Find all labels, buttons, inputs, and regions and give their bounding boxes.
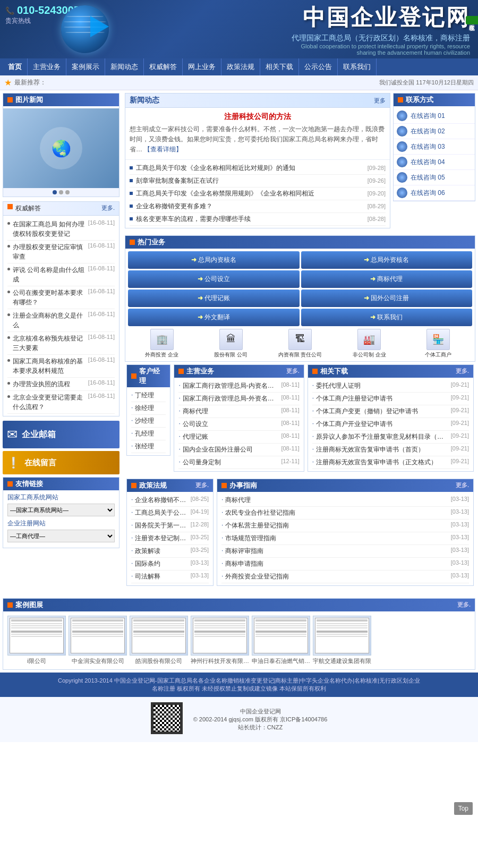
qw-item-text[interactable]: 北京核准名称预先核登记三大要素 — [13, 334, 86, 353]
bottom-item-text[interactable]: 公司量身定制 — [183, 458, 279, 467]
hotbiz-icon-item[interactable]: 🏢外商投资 企业 — [128, 329, 195, 359]
header: 📞 010-52430058 贵宾热线 中国企业登记网 代理国家工商总局（无行政… — [0, 0, 478, 58]
nav-download[interactable]: 相关下载 — [260, 58, 299, 75]
nav-biz[interactable]: 主营业务 — [28, 58, 66, 75]
bottom-item-text[interactable]: 个体工商户注册登记申请书 — [316, 394, 448, 403]
nav-qa[interactable]: 权威解答 — [144, 58, 183, 75]
news-feature-link[interactable]: 【查看详细】 — [144, 146, 182, 153]
bottom-item-text[interactable]: 政策解读 — [135, 547, 187, 556]
hotbiz-button[interactable]: ➜公司设立 — [128, 270, 300, 288]
cm-name[interactable]: 孔经理 — [135, 429, 154, 438]
slide-dot-2[interactable] — [59, 190, 63, 194]
case-item[interactable]: 神州行科技开发有限公司 — [191, 616, 249, 665]
qw-item-text[interactable]: 国家工商局名称核准的基本要求及材料规范 — [13, 356, 86, 376]
bottom-item-text[interactable]: 商标申请指南 — [225, 559, 448, 568]
bottom-item-text[interactable]: 注册商标无效宣告复审申请书（首页） — [316, 445, 448, 454]
bottom-item-text[interactable]: 外商投资企业登记指南 — [225, 572, 448, 581]
contact-item[interactable]: 在线咨询 04 — [394, 155, 475, 170]
qw-item-text[interactable]: 公司在搬变更时基本要求有哪些？ — [13, 288, 86, 307]
news-item-text[interactable]: 工商总局关于印发《企业名称相同相近比对规则》的通知 — [136, 164, 365, 173]
bottom-item-text[interactable]: 个体私营主册登记指南 — [225, 521, 448, 530]
bottom-item-text[interactable]: 国务院关于第一批取消62项中央指定地方实施行政 — [135, 521, 187, 530]
bottom-item-text[interactable]: 市场规范管理指南 — [225, 534, 448, 543]
bottom-item-text[interactable]: 注册资本登记制度改革 — [135, 534, 187, 543]
news-item-text[interactable]: 工商总局关于印发《企业名称禁限用规则》《企业名称相同相近 — [136, 189, 365, 198]
hotbiz-icon-item[interactable]: 🏪个体工商户 — [405, 329, 472, 359]
policy-more[interactable]: 更多. — [195, 481, 209, 489]
hotbiz-icon-item[interactable]: 🏗内资有限 责任公司 — [266, 329, 334, 359]
mainbiz-more[interactable]: 更多. — [286, 367, 300, 375]
bottom-item-text[interactable]: 委托代理人证明 — [316, 381, 448, 390]
nav-policy[interactable]: 政策法规 — [221, 58, 260, 75]
hotbiz-button[interactable]: ➜联系我们 — [301, 309, 473, 326]
bottom-item-text[interactable]: 工商总局关于公用企业限制竞争和垄断行为实定记 — [135, 508, 187, 517]
qw-item-text[interactable]: 办理营业执照的流程 — [13, 379, 86, 389]
news-item-text[interactable]: 核名变更率车的流程，需要办理哪些手续 — [136, 215, 365, 224]
slide-dot-3[interactable] — [65, 190, 70, 194]
contact-item[interactable]: 在线咨询 01 — [394, 108, 475, 124]
bottom-item-text[interactable]: 商标代理 — [183, 407, 279, 416]
qw-item-text[interactable]: 办理股权变更登记应审慎审查 — [13, 242, 86, 261]
case-item[interactable]: 宇航交通建设集团有限 — [313, 616, 371, 665]
qw-item-text[interactable]: 评说 公司名称是由什么组成 — [13, 265, 86, 284]
case-item[interactable]: 皓润股份有限公司 — [130, 616, 188, 665]
cm-name[interactable]: 丁经理 — [135, 391, 154, 400]
nav-contact[interactable]: 联系我们 — [338, 58, 377, 75]
links-site2-select[interactable]: —工商代理— — [7, 530, 115, 542]
img-news-slide[interactable]: 🌏 — [3, 108, 119, 188]
nav-online[interactable]: 网上业务 — [183, 58, 221, 75]
bottom-item-text[interactable]: 代理记账 — [183, 432, 279, 441]
bottom-item-text[interactable]: 商标代理 — [225, 496, 448, 505]
hotbiz-button[interactable]: ➜商标代理 — [301, 270, 473, 288]
bottom-item-text[interactable]: 个体工商户开业登记申请书 — [316, 420, 448, 429]
nav-news[interactable]: 新闻动态 — [105, 58, 144, 75]
contact-item[interactable]: 在线咨询 06 — [394, 185, 475, 201]
case-item[interactable]: 中金润实业有限公司 — [69, 616, 127, 665]
contact-item[interactable]: 在线咨询 05 — [394, 170, 475, 185]
case-more[interactable]: 更多. — [457, 601, 471, 609]
hotbiz-icon-item[interactable]: 🏛股份有限 公司 — [197, 329, 264, 359]
contact-item[interactable]: 在线咨询 03 — [394, 139, 475, 155]
hotbiz-icon-item[interactable]: 🏭非公司制 企业 — [336, 329, 403, 359]
message-box[interactable]: ❕ 在线留言 — [3, 451, 120, 474]
news-item-text[interactable]: 企业名称撤销变更有多难？ — [136, 202, 365, 211]
links-site1-select[interactable]: —国家工商系统网站— — [7, 504, 115, 516]
hotbiz-button[interactable]: ➜总局内资核名 — [128, 251, 300, 269]
bottom-item-text[interactable]: 农民专业合作社登记指南 — [225, 508, 448, 517]
bottom-item-text[interactable]: 公司设立 — [183, 420, 279, 429]
bottom-item-text[interactable]: 国家工商行政管理总局-内资名称核准 — [183, 381, 279, 390]
bottom-item-text[interactable]: 企业名称撤销不预担独弄解：法人及股东列入失信 — [135, 496, 187, 505]
case-item[interactable]: i限公司 — [7, 616, 66, 665]
qw-item-text[interactable]: 注册企业商标的意义是什么 — [13, 311, 86, 330]
quanwei-more[interactable]: 更多. — [101, 204, 115, 213]
guide-more[interactable]: 更多. — [456, 481, 469, 489]
downloads-more[interactable]: 更多. — [456, 367, 469, 375]
news-item-text[interactable]: 刻章审批制度备案制正在试行 — [136, 176, 365, 185]
bottom-item-text[interactable]: 国际条约 — [135, 559, 187, 568]
cm-name[interactable]: 徐经理 — [135, 404, 154, 413]
bottom-item-text[interactable]: 国内企业在国外注册公司 — [183, 445, 279, 454]
hotbiz-button[interactable]: ➜总局外资核名 — [301, 251, 473, 269]
bottom-item-text[interactable]: 商标评审指南 — [225, 547, 448, 556]
bottom-item-text[interactable]: 司法解释 — [135, 572, 187, 581]
cm-name[interactable]: 沙经理 — [135, 416, 154, 426]
hotbiz-button[interactable]: ➜代理记账 — [128, 290, 300, 307]
side-client-btn[interactable]: 在线客服 — [466, 16, 478, 24]
cm-name[interactable]: 张经理 — [135, 442, 154, 451]
bottom-item-text[interactable]: 个体工商户变更（撤销）登记申请书 — [316, 407, 448, 416]
nav-announce[interactable]: 公示公告 — [299, 58, 338, 75]
bottom-item-text[interactable]: 国家工商行政管理总局-外资名称核准 — [183, 394, 279, 403]
nav-cases[interactable]: 案例展示 — [66, 58, 105, 75]
qw-item-text[interactable]: 北京企业变更登记需要走什么流程？ — [13, 393, 86, 412]
slide-dot-1[interactable] — [53, 190, 57, 194]
nav-home[interactable]: 首页 — [3, 58, 28, 75]
email-box[interactable]: ✉ 企业邮箱 — [3, 421, 120, 448]
bottom-item-text[interactable]: 注册商标无效宣告复审申请书（正文格式） — [316, 458, 448, 467]
qw-item-text[interactable]: 在国家工商总局 如何办理债权转股权变更登记 — [13, 219, 86, 239]
contact-item[interactable]: 在线咨询 02 — [394, 124, 475, 139]
news-more[interactable]: 更多 — [374, 97, 386, 105]
hotbiz-button[interactable]: ➜国外公司注册 — [301, 290, 473, 307]
hotbiz-button[interactable]: ➜外文翻译 — [128, 309, 300, 326]
bottom-item-text[interactable]: 原异议人参加不予注册复审意见材料目录（参考样 — [316, 432, 448, 441]
case-item[interactable]: 申油日泰石油燃气销售有限 — [252, 616, 310, 665]
